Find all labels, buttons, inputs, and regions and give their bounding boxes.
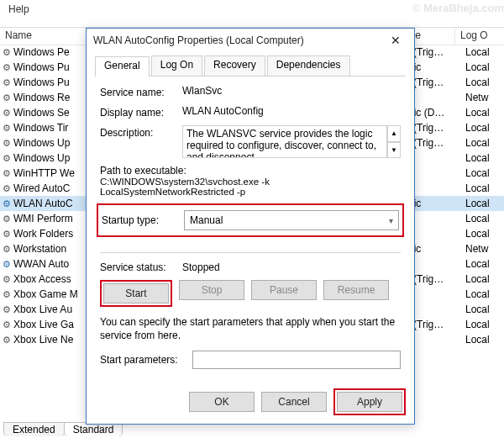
label-description: Description: xyxy=(100,125,182,158)
service-name: Windows Up xyxy=(13,152,86,164)
gear-icon: ⚙ xyxy=(0,108,13,119)
service-log-on: Local xyxy=(465,152,504,164)
chevron-down-icon[interactable]: ▼ xyxy=(387,142,401,159)
gear-icon: ⚙ xyxy=(0,62,13,73)
service-name: Xbox Live Ne xyxy=(13,334,86,346)
resume-button: Resume xyxy=(323,280,389,300)
service-log-on: Local xyxy=(465,46,504,58)
cancel-button[interactable]: Cancel xyxy=(261,392,327,412)
service-log-on: Local xyxy=(465,198,504,209)
label-startup-type: Startup type: xyxy=(102,214,184,226)
chevron-down-icon: ▾ xyxy=(389,216,393,225)
startup-type-row: Startup type: Manual ▾ xyxy=(97,203,404,237)
dialog-tabs: General Log On Recovery Dependencies xyxy=(95,55,406,77)
service-name: Xbox Live Ga xyxy=(13,319,86,330)
start-button[interactable]: Start xyxy=(103,283,169,303)
service-name: Xbox Access xyxy=(13,273,86,285)
service-log-on: Local xyxy=(465,334,504,346)
service-name: Windows Pe xyxy=(13,46,86,58)
service-log-on: Local xyxy=(465,213,504,224)
service-log-on: Local xyxy=(465,273,504,285)
service-name: WinHTTP We xyxy=(13,167,86,179)
gear-icon: ⚙ xyxy=(0,214,13,224)
gear-icon: ⚙ xyxy=(0,198,13,209)
label-path: Path to executable: xyxy=(100,165,401,177)
label-service-status: Service status: xyxy=(100,261,182,273)
gear-icon: ⚙ xyxy=(0,123,13,134)
dialog-buttons: OK Cancel Apply xyxy=(189,388,406,415)
gear-icon: ⚙ xyxy=(0,304,13,315)
watermark: © MeraBheja.com xyxy=(412,2,504,14)
service-name: Work Folders xyxy=(13,228,86,240)
tab-dependencies[interactable]: Dependencies xyxy=(267,55,350,76)
tab-logon[interactable]: Log On xyxy=(151,55,202,76)
service-log-on: Local xyxy=(465,288,504,300)
service-name: Xbox Live Au xyxy=(13,303,86,315)
stop-button: Stop xyxy=(179,280,244,300)
startup-type-select[interactable]: Manual ▾ xyxy=(184,210,399,230)
chevron-up-icon[interactable]: ▲ xyxy=(387,125,401,142)
service-log-on: Local xyxy=(465,122,504,134)
service-log-on: Local xyxy=(465,258,504,270)
services-window: Help © MeraBheja.com Name tup Type Log O… xyxy=(0,0,504,438)
highlight-start: Start xyxy=(100,280,172,307)
service-log-on: Local xyxy=(465,303,504,315)
start-note: You can specify the start parameters tha… xyxy=(100,315,401,342)
titlebar[interactable]: WLAN AutoConfig Properties (Local Comput… xyxy=(87,29,414,52)
start-params-input[interactable] xyxy=(192,351,401,369)
gear-icon: ⚙ xyxy=(0,153,13,164)
dialog-title: WLAN AutoConfig Properties (Local Comput… xyxy=(93,34,384,46)
properties-dialog: WLAN AutoConfig Properties (Local Comput… xyxy=(86,28,415,425)
separator xyxy=(100,252,401,253)
value-service-status: Stopped xyxy=(182,261,220,273)
service-log-on: Local xyxy=(465,77,504,88)
startup-type-value: Manual xyxy=(190,214,223,226)
label-start-params: Start parameters: xyxy=(100,354,192,366)
value-display-name: WLAN AutoConfig xyxy=(182,105,401,119)
value-description: The WLANSVC service provides the logic r… xyxy=(182,125,387,158)
gear-icon: ⚙ xyxy=(0,289,13,300)
gear-icon: ⚙ xyxy=(0,319,13,330)
menu-help[interactable]: Help xyxy=(0,0,38,18)
service-name: Windows Up xyxy=(13,137,86,149)
tab-recovery[interactable]: Recovery xyxy=(204,55,265,76)
service-name: Windows Tir xyxy=(13,122,86,134)
tab-general[interactable]: General xyxy=(95,56,150,77)
dialog-body: Service name: WlanSvc Display name: WLAN… xyxy=(87,77,414,369)
label-service-name: Service name: xyxy=(100,85,182,98)
gear-icon: ⚙ xyxy=(0,244,13,255)
gear-icon: ⚙ xyxy=(0,77,13,88)
gear-icon: ⚙ xyxy=(0,92,13,103)
ok-button[interactable]: OK xyxy=(189,392,255,412)
gear-icon: ⚙ xyxy=(0,168,13,179)
service-name: Windows Re xyxy=(13,92,86,103)
service-name: WWAN Auto xyxy=(13,258,86,270)
service-log-on: Netw xyxy=(465,243,504,255)
service-name: Windows Se xyxy=(13,107,86,119)
column-log-on[interactable]: Log O xyxy=(455,28,504,45)
service-name: Workstation xyxy=(13,243,86,255)
service-log-on: Local xyxy=(465,319,504,330)
service-controls: Start Stop Pause Resume xyxy=(100,280,401,307)
service-log-on: Local xyxy=(465,107,504,119)
service-log-on: Local xyxy=(465,61,504,73)
gear-icon: ⚙ xyxy=(0,274,13,285)
value-service-name: WlanSvc xyxy=(182,85,401,98)
service-log-on: Local xyxy=(465,228,504,240)
service-name: Windows Pu xyxy=(13,77,86,88)
service-name: WMI Perform xyxy=(13,213,86,224)
service-log-on: Local xyxy=(465,182,504,194)
service-name: Windows Pu xyxy=(13,61,86,73)
apply-button[interactable]: Apply xyxy=(337,392,402,412)
gear-icon: ⚙ xyxy=(0,183,13,194)
tab-extended[interactable]: Extended xyxy=(3,422,65,436)
gear-icon: ⚙ xyxy=(0,335,13,346)
gear-icon: ⚙ xyxy=(0,259,13,270)
close-icon[interactable]: ✕ xyxy=(384,34,407,47)
service-log-on: Netw xyxy=(465,92,504,103)
description-scroll[interactable]: ▲ ▼ xyxy=(387,125,401,158)
value-path: C:\WINDOWS\system32\svchost.exe -k Local… xyxy=(100,177,401,197)
gear-icon: ⚙ xyxy=(0,229,13,240)
service-name: Xbox Game M xyxy=(13,288,86,300)
gear-icon: ⚙ xyxy=(0,47,13,58)
